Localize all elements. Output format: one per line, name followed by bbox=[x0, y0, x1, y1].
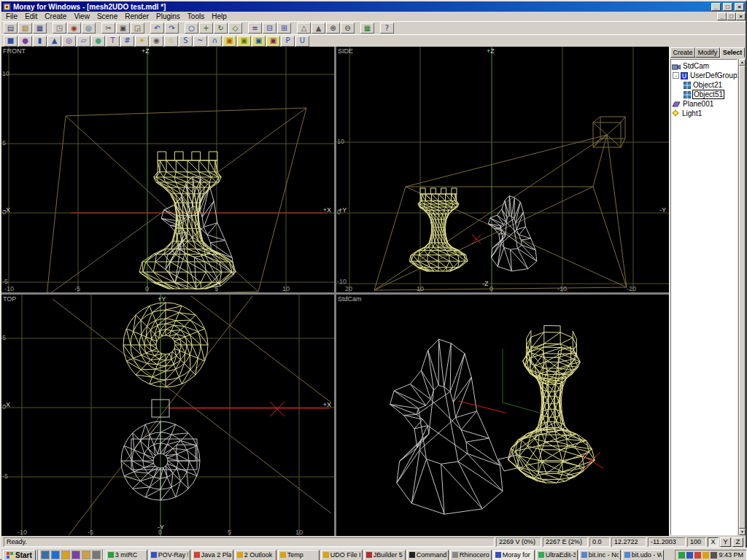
menu-item[interactable]: Help bbox=[208, 12, 231, 21]
taskbar-button[interactable]: Rhinoceros ... bbox=[450, 550, 492, 560]
scroll-down-icon[interactable]: ▼ bbox=[739, 529, 746, 535]
tree-item-plane001[interactable]: Plane001 bbox=[672, 99, 737, 109]
scrollbar-thumb[interactable] bbox=[739, 66, 746, 529]
viewport-front[interactable]: FRONT +Z -X +X -10-50510 1050-5 bbox=[1, 47, 334, 292]
viewport-top[interactable]: TOP +Y -X +X -Y -10-50510 50-5 bbox=[1, 295, 334, 536]
menu-item[interactable]: View bbox=[70, 12, 93, 21]
camera-icon[interactable]: ◉ bbox=[150, 36, 163, 47]
taskbar-button[interactable]: Temp bbox=[278, 550, 320, 560]
tab-select[interactable]: Select bbox=[720, 47, 745, 58]
save-icon[interactable]: ▦ bbox=[33, 23, 47, 34]
taskbar-button[interactable]: bit.udo - W... bbox=[622, 550, 664, 560]
torus-icon[interactable]: ◎ bbox=[62, 36, 76, 47]
ungroup-icon[interactable]: ⊞ bbox=[277, 23, 291, 34]
mdi-restore-button[interactable]: □ bbox=[727, 12, 736, 20]
paste-icon[interactable]: ◲ bbox=[131, 23, 144, 34]
tab-create[interactable]: Create bbox=[670, 47, 695, 58]
taskbar-button[interactable]: UltraEdit-32 bbox=[536, 550, 578, 560]
internet-explorer-icon[interactable] bbox=[51, 551, 60, 559]
taskbar-button[interactable]: 3 mIRC bbox=[106, 550, 147, 560]
menu-item[interactable]: Edit bbox=[21, 12, 41, 21]
taskbar-button[interactable]: UDO File Fo... bbox=[321, 550, 363, 560]
select-icon[interactable]: ○ bbox=[185, 23, 198, 34]
box-icon[interactable]: ■ bbox=[4, 36, 18, 47]
povray-export-icon[interactable]: P bbox=[281, 36, 295, 47]
menu-item[interactable]: Plugins bbox=[152, 12, 184, 21]
csg-merge-icon[interactable]: ▣ bbox=[266, 36, 280, 47]
translate-icon[interactable]: + bbox=[199, 23, 213, 34]
menu-item[interactable]: Create bbox=[41, 12, 70, 21]
wireframe-icon[interactable]: △ bbox=[297, 23, 311, 34]
copy-icon[interactable]: ▣ bbox=[116, 23, 130, 34]
axis-x-toggle[interactable]: X bbox=[708, 537, 719, 547]
cylinder-icon[interactable]: ▮ bbox=[33, 36, 47, 47]
collapse-icon[interactable]: - bbox=[673, 72, 679, 79]
csg-difference-icon[interactable]: ▣ bbox=[252, 36, 266, 47]
render-settings-icon[interactable]: ◎ bbox=[82, 23, 96, 34]
zoom-in-icon[interactable]: ⊕ bbox=[326, 23, 340, 34]
plane-icon[interactable]: ▱ bbox=[77, 36, 90, 47]
new-icon[interactable]: ▤ bbox=[4, 23, 18, 34]
minimize-button[interactable]: _ bbox=[711, 3, 721, 11]
rotate-icon[interactable]: ↻ bbox=[214, 23, 228, 34]
sweep-icon[interactable]: ~ bbox=[193, 36, 207, 47]
zoom-out-icon[interactable]: ⊖ bbox=[341, 23, 355, 34]
csg-intersect-icon[interactable]: ▣ bbox=[237, 36, 251, 47]
bezier-icon[interactable]: S bbox=[179, 36, 193, 47]
cone-icon[interactable]: ▲ bbox=[47, 36, 61, 47]
mdi-close-button[interactable]: × bbox=[736, 12, 746, 20]
taskbar-button[interactable]: Java 2 Platf... bbox=[192, 550, 233, 560]
taskbar-button[interactable]: JBuilder 5 - ... bbox=[364, 550, 406, 560]
taskbar-button[interactable]: Moray for ... bbox=[493, 550, 535, 560]
help-icon[interactable]: ? bbox=[380, 23, 394, 34]
tray-icon-4[interactable] bbox=[703, 552, 709, 559]
tree-item-userdefgroup1[interactable]: - UserDefGroup1 bbox=[672, 71, 737, 80]
outlook-icon[interactable] bbox=[61, 551, 70, 559]
blob-icon[interactable]: ● bbox=[91, 36, 105, 47]
show-desktop-icon[interactable] bbox=[41, 551, 50, 559]
viewport-stdcam[interactable]: StdCam bbox=[336, 295, 669, 536]
render-icon[interactable]: ◉ bbox=[67, 23, 81, 34]
menu-item[interactable]: Scene bbox=[93, 12, 121, 21]
redo-icon[interactable]: ↷ bbox=[165, 23, 179, 34]
spotlight-icon[interactable]: ☆ bbox=[164, 36, 178, 47]
group-icon[interactable]: ⊟ bbox=[263, 23, 276, 34]
cut-icon[interactable]: ✂ bbox=[101, 23, 115, 34]
taskbar-button[interactable]: 2 Outlook ... bbox=[235, 550, 276, 560]
taskbar-button[interactable]: bit.inc - Not... bbox=[579, 550, 621, 560]
sphere-icon[interactable]: ● bbox=[18, 36, 32, 47]
grid-icon[interactable]: ▦ bbox=[360, 23, 374, 34]
mdi-minimize-button[interactable]: _ bbox=[717, 12, 727, 20]
lathe-icon[interactable]: ∩ bbox=[208, 36, 222, 47]
menu-item[interactable]: Tools bbox=[184, 12, 208, 21]
stdcam-canvas[interactable] bbox=[336, 295, 669, 536]
export-icon[interactable]: ◳ bbox=[53, 23, 66, 34]
csg-union-icon[interactable]: ▣ bbox=[222, 36, 236, 47]
front-canvas[interactable] bbox=[1, 47, 334, 292]
axis-z-toggle[interactable]: Z bbox=[732, 537, 743, 547]
shaded-icon[interactable]: ▲ bbox=[311, 23, 325, 34]
taskbar-button[interactable]: Command P... bbox=[407, 550, 449, 560]
mesh-icon[interactable]: # bbox=[120, 36, 134, 47]
tree-item-object21[interactable]: Object21 bbox=[684, 80, 737, 90]
menu-item[interactable]: Render bbox=[121, 12, 152, 21]
notepad-icon[interactable] bbox=[92, 551, 101, 559]
undo-icon[interactable]: ↶ bbox=[150, 23, 164, 34]
start-button[interactable]: Start bbox=[3, 550, 36, 560]
tray-icon-1[interactable] bbox=[678, 552, 685, 559]
media-player-icon[interactable] bbox=[71, 551, 80, 559]
tray-icon-3[interactable] bbox=[694, 552, 701, 559]
top-canvas[interactable] bbox=[1, 295, 334, 536]
menu-item[interactable]: File bbox=[2, 12, 21, 21]
folder-icon[interactable] bbox=[82, 551, 90, 559]
title-bar[interactable]: Moray for Windows - [mesh2UDO test.mdl *… bbox=[1, 1, 746, 12]
axis-y-toggle[interactable]: Y bbox=[720, 537, 731, 547]
tree-item-object51[interactable]: Object51 bbox=[684, 90, 737, 99]
scale-icon[interactable]: ◇ bbox=[228, 23, 242, 34]
side-canvas[interactable] bbox=[336, 47, 669, 292]
link-icon[interactable]: ≡ bbox=[248, 23, 262, 34]
tree-item-light1[interactable]: Light1 bbox=[672, 109, 737, 118]
maximize-button[interactable]: □ bbox=[723, 3, 732, 11]
tab-modify[interactable]: Modify bbox=[695, 47, 720, 58]
udo-export-icon[interactable]: U bbox=[295, 36, 309, 47]
